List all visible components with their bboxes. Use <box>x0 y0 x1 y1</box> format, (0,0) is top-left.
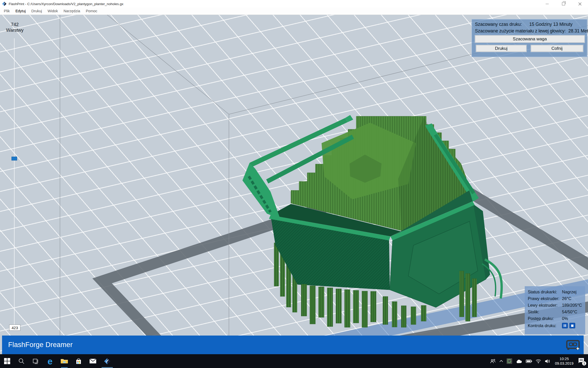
left-extruder-label: Lewy ekstruder: <box>528 303 562 308</box>
people-icon[interactable] <box>490 359 496 364</box>
back-button[interactable]: Cofnij <box>531 45 583 52</box>
estimate-material-label: Szacowane zużycie materiału z lewej głow… <box>475 28 566 34</box>
status-label: Status drukarki: <box>528 290 562 294</box>
flashprint-active-indicator <box>102 367 113 368</box>
machine-bar: FlashForge Dreamer <box>2 336 584 354</box>
notification-count-badge: 1 <box>582 361 586 366</box>
clock-time: 10:25 <box>555 356 573 361</box>
print-control-label: Kontrola druku: <box>528 323 562 328</box>
estimate-time-label: Szacowany czas druku: <box>475 22 529 27</box>
battery-icon[interactable] <box>526 360 532 363</box>
printer-status-panel: Status drukarki:Nagrzej Prawy ekstruder:… <box>525 286 585 334</box>
viewport-3d[interactable]: 742 Warstwy 423 Szacowany czas druku: 15… <box>0 15 588 354</box>
flashprint-window: FlashPrint - C:/Users/Xyrcon/Downloads/V… <box>0 0 588 368</box>
task-view-icon <box>32 358 39 364</box>
taskbar-edge[interactable]: e <box>43 354 57 368</box>
taskbar-flashprint[interactable] <box>100 354 114 368</box>
onedrive-cloud-icon[interactable] <box>516 359 522 364</box>
estimated-weight-button[interactable]: Szacowana waga <box>475 35 585 43</box>
tray-app-icon[interactable] <box>507 358 512 364</box>
menu-plik[interactable]: Plik <box>1 8 13 15</box>
right-extruder-label: Prawy ekstruder: <box>528 296 562 301</box>
menu-bar: Plik Edytuj Drukuj Widok Narzędzia Pomoc <box>0 8 588 15</box>
volume-icon[interactable] <box>545 359 550 364</box>
print-estimate-panel: Szacowany czas druku: 15 Godziny 13 Minu… <box>471 19 587 57</box>
menu-drukuj[interactable]: Drukuj <box>29 8 45 15</box>
window-title: FlashPrint - C:/Users/Xyrcon/Downloads/V… <box>9 2 124 6</box>
minimize-button[interactable] <box>539 0 555 8</box>
scene-canvas <box>0 15 588 354</box>
status-value: Nagrzej <box>562 290 577 294</box>
left-wall <box>242 163 280 219</box>
restore-button[interactable] <box>555 0 572 8</box>
stop-print-button[interactable] <box>569 323 575 328</box>
windows-taskbar: e <box>0 354 588 368</box>
connect-printer-icon[interactable] <box>566 340 580 350</box>
close-button[interactable] <box>572 0 588 8</box>
clock-date: 09.03.2019 <box>555 361 573 366</box>
right-extruder-value: 26°C <box>562 296 571 301</box>
estimate-material-value: 28.31 Metry <box>568 28 588 34</box>
estimate-time-value: 15 Godziny 13 Minuty <box>529 22 572 27</box>
minimize-icon <box>546 4 549 4</box>
title-bar: FlashPrint - C:/Users/Xyrcon/Downloads/V… <box>0 0 588 8</box>
taskbar-file-explorer[interactable] <box>57 354 71 368</box>
print-button[interactable]: Drukuj <box>476 45 526 52</box>
tray-chevron-up-icon[interactable] <box>499 360 503 362</box>
layer-slider-handle[interactable] <box>11 157 17 160</box>
store-icon <box>76 358 82 365</box>
menu-pomoc[interactable]: Pomoc <box>83 8 100 15</box>
taskbar-clock[interactable]: 10:25 09.03.2019 <box>555 356 573 366</box>
model-3d-preview <box>242 115 502 327</box>
stop-icon <box>571 325 573 327</box>
flashprint-icon <box>104 358 111 365</box>
windows-logo-icon <box>4 358 10 364</box>
task-view-button[interactable] <box>29 354 43 368</box>
progress-label: Postęp druku: <box>528 316 562 321</box>
pause-icon <box>564 324 566 327</box>
layer-count-label: 742 Warstwy <box>4 22 26 33</box>
taskbar-store[interactable] <box>71 354 86 368</box>
bed-value: 54/50°C <box>562 309 577 314</box>
current-layer-value: 423 <box>9 325 20 331</box>
mail-icon <box>89 358 96 364</box>
file-explorer-icon <box>60 358 68 364</box>
flashprint-logo-icon <box>2 2 7 6</box>
action-center-button[interactable]: 1 <box>578 357 585 365</box>
pause-print-button[interactable] <box>562 323 568 328</box>
menu-widok[interactable]: Widok <box>45 8 61 15</box>
close-icon <box>578 2 582 6</box>
explorer-running-indicator <box>61 367 68 368</box>
start-button[interactable] <box>0 354 14 368</box>
left-extruder-value: 189/205°C <box>562 303 582 308</box>
menu-narzedzia[interactable]: Narzędzia <box>61 8 83 15</box>
wifi-icon[interactable] <box>535 359 541 363</box>
progress-value: 0% <box>562 316 568 321</box>
bed-label: Stolik: <box>528 309 562 314</box>
edge-icon: e <box>47 357 52 366</box>
layer-slider-track[interactable] <box>14 38 15 325</box>
menu-edytuj[interactable]: Edytuj <box>13 8 28 15</box>
machine-name: FlashForge Dreamer <box>8 341 73 349</box>
system-tray: 10:25 09.03.2019 1 <box>490 354 588 368</box>
taskbar-mail[interactable] <box>86 354 100 368</box>
taskbar-search-button[interactable] <box>14 354 29 368</box>
restore-icon <box>562 2 565 5</box>
search-icon <box>18 358 25 364</box>
